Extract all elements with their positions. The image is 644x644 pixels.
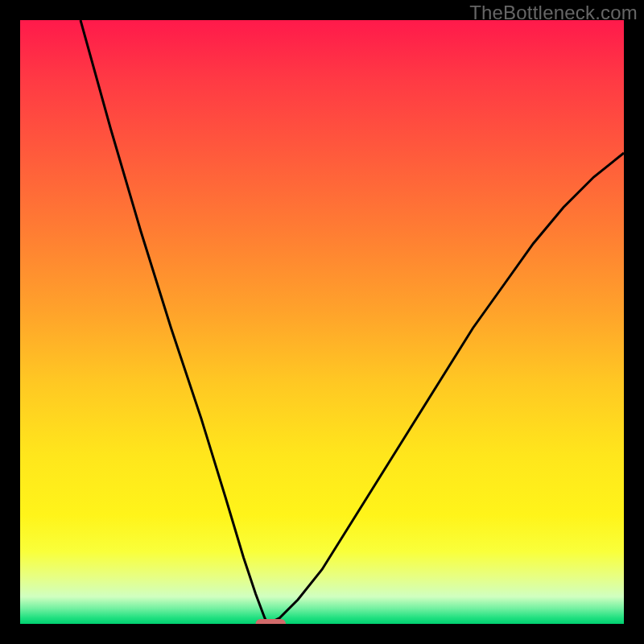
optimum-marker <box>256 619 287 624</box>
plot-area <box>20 20 624 624</box>
gradient-background <box>20 20 624 624</box>
watermark-text: TheBottleneck.com <box>469 2 638 24</box>
plot-svg <box>20 20 624 624</box>
chart-frame: TheBottleneck.com <box>0 0 644 644</box>
